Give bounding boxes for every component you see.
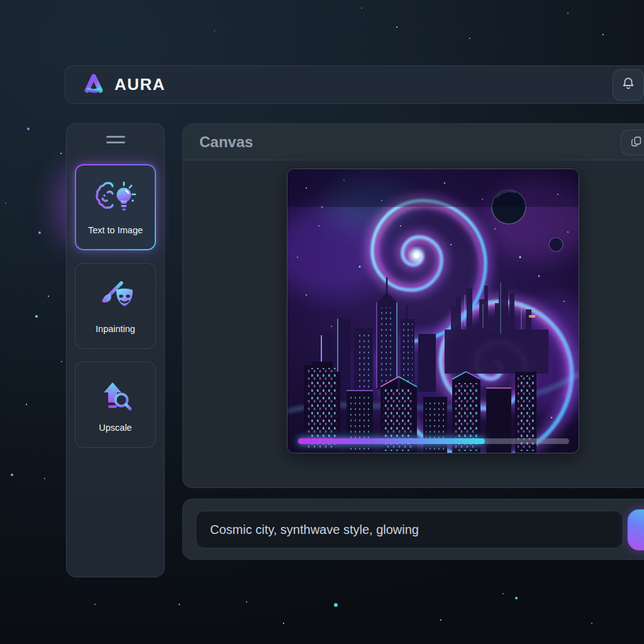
generation-progress-bar bbox=[298, 438, 569, 444]
aura-logo-icon bbox=[82, 72, 106, 98]
prompt-bar bbox=[182, 499, 644, 560]
copy-icon bbox=[630, 135, 643, 151]
hamburger-menu-icon[interactable] bbox=[106, 136, 125, 143]
tool-sidebar: Text to Image bbox=[66, 123, 165, 577]
brush-mask-icon bbox=[94, 279, 138, 318]
canvas-header: Canvas bbox=[183, 124, 644, 160]
notifications-button[interactable] bbox=[613, 69, 644, 101]
app-header: AURA bbox=[65, 65, 644, 104]
generated-image bbox=[287, 169, 579, 453]
prompt-input[interactable] bbox=[196, 511, 623, 548]
brand: AURA bbox=[82, 72, 165, 98]
arrow-up-magnifier-icon bbox=[94, 377, 138, 416]
sidebar-item-inpainting[interactable]: Inpainting bbox=[75, 263, 156, 349]
sidebar-item-label: Upscale bbox=[99, 423, 131, 433]
progress-fill bbox=[298, 438, 485, 444]
generate-button[interactable] bbox=[628, 509, 644, 550]
sidebar-item-label: Text to Image bbox=[88, 225, 143, 235]
brain-lightbulb-icon bbox=[94, 180, 138, 219]
bell-icon bbox=[621, 76, 636, 94]
sidebar-item-upscale[interactable]: Upscale bbox=[75, 362, 156, 448]
canvas-title: Canvas bbox=[199, 133, 253, 151]
sidebar-item-text-to-image[interactable]: Text to Image bbox=[75, 164, 156, 250]
sidebar-item-label: Inpainting bbox=[96, 324, 135, 334]
canvas-panel: Canvas bbox=[182, 123, 644, 488]
copy-button[interactable] bbox=[621, 130, 644, 155]
app-title: AURA bbox=[114, 75, 165, 94]
